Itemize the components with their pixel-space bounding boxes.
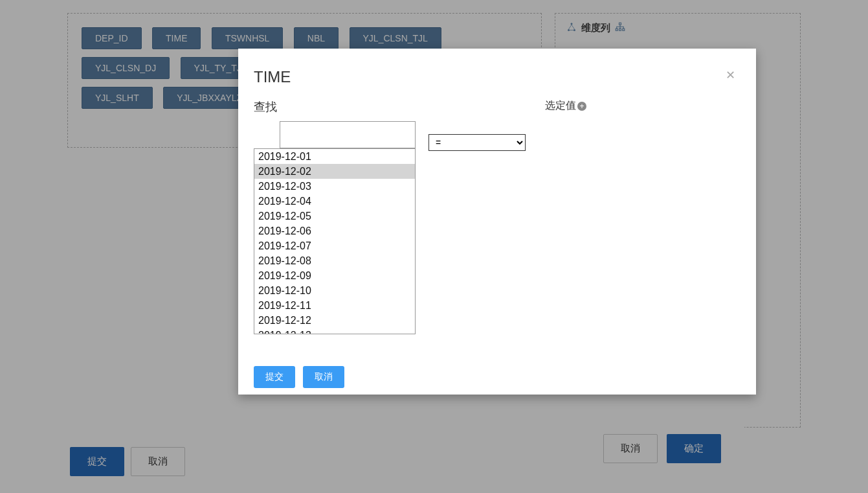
modal-title: TIME <box>254 68 756 86</box>
time-filter-modal: ✕ TIME 查找 2019-12-012019-12-022019-12-03… <box>238 49 756 395</box>
modal-cancel-button[interactable]: 取消 <box>303 366 344 388</box>
date-list-item[interactable]: 2019-12-11 <box>254 298 415 313</box>
date-list-item[interactable]: 2019-12-07 <box>254 238 415 253</box>
date-list-item[interactable]: 2019-12-10 <box>254 283 415 298</box>
date-list-item[interactable]: 2019-12-06 <box>254 224 415 238</box>
selected-values-label: 选定值 <box>545 99 576 113</box>
modal-submit-button[interactable]: 提交 <box>254 366 295 388</box>
date-list-item[interactable]: 2019-12-05 <box>254 209 415 224</box>
close-icon[interactable]: ✕ <box>726 69 735 81</box>
date-list-item[interactable]: 2019-12-09 <box>254 268 415 283</box>
date-list-item[interactable]: 2019-12-12 <box>254 313 415 328</box>
date-list[interactable]: 2019-12-012019-12-022019-12-032019-12-04… <box>254 148 416 334</box>
date-list-item[interactable]: 2019-12-08 <box>254 253 415 268</box>
search-label: 查找 <box>254 99 416 115</box>
search-input[interactable] <box>280 121 416 148</box>
plus-icon[interactable]: + <box>577 102 586 111</box>
date-list-item[interactable]: 2019-12-02 <box>254 164 415 179</box>
date-list-item[interactable]: 2019-12-03 <box>254 179 415 194</box>
operator-select[interactable]: = <box>428 134 526 151</box>
date-list-item[interactable]: 2019-12-01 <box>254 149 415 164</box>
date-list-item[interactable]: 2019-12-04 <box>254 194 415 209</box>
date-list-item[interactable]: 2019-12-13 <box>254 328 415 334</box>
